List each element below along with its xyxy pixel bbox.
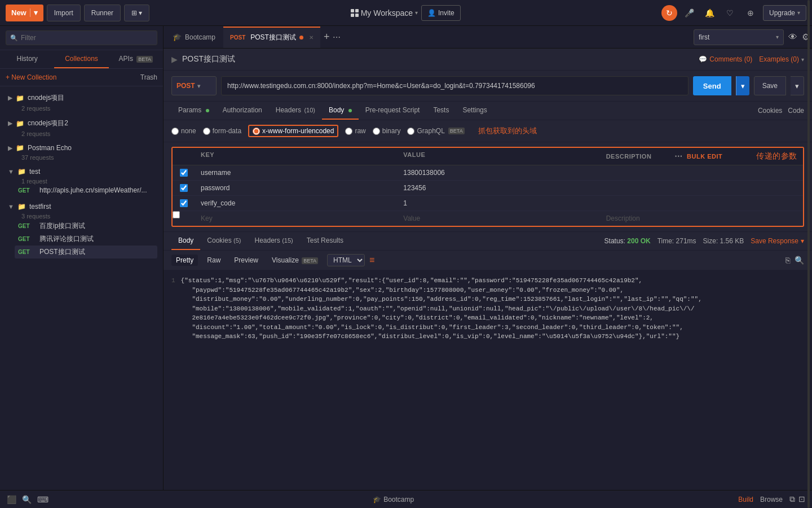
empty-key[interactable]: Key bbox=[195, 211, 398, 226]
row2-checkbox[interactable] bbox=[180, 184, 188, 192]
sidebar: 🔍 History Collections APIs BETA + New Co… bbox=[0, 26, 164, 490]
keyboard-icon[interactable]: ⌨ bbox=[37, 495, 48, 504]
tab-authorization[interactable]: Authorization bbox=[216, 102, 269, 120]
list-item: ▼ 📁 testfirst 3 requests GET 百度ip接口测试 GE… bbox=[0, 198, 163, 261]
tab-history[interactable]: History bbox=[0, 50, 54, 68]
res-tab-headers[interactable]: Headers (15) bbox=[248, 232, 300, 250]
search-response-button[interactable]: 🔍 bbox=[795, 256, 804, 265]
save-button[interactable]: Save bbox=[754, 76, 786, 95]
import-button[interactable]: Import bbox=[47, 5, 81, 21]
environment-preview-icon[interactable]: 👁 bbox=[788, 32, 797, 42]
tab-menu-icon[interactable]: ⋯ bbox=[333, 33, 341, 42]
cookies-link[interactable]: Cookies bbox=[758, 107, 782, 115]
more-icon[interactable]: ⋯ bbox=[674, 152, 683, 161]
tab-collections[interactable]: Collections bbox=[54, 50, 108, 68]
url-input[interactable] bbox=[221, 76, 689, 95]
radio-raw[interactable]: raw bbox=[345, 127, 365, 135]
tabs-bar: 🎓 Bootcamp POST POST接口测试 ✕ + ⋯ first ▾ 👁 bbox=[164, 26, 812, 49]
comments-button[interactable]: 💬 Comments (0) bbox=[699, 55, 752, 63]
bootcamp-bottom-label[interactable]: 🎓 Bootcamp bbox=[373, 496, 414, 503]
graphql-beta-badge: BETA bbox=[448, 128, 465, 134]
format-visualize-button[interactable]: Visualize BETA bbox=[267, 255, 323, 266]
invite-button[interactable]: 👤 Invite bbox=[421, 5, 461, 21]
send-button[interactable]: Send bbox=[693, 76, 731, 95]
layout-split-icon[interactable]: ⧉ bbox=[789, 494, 795, 504]
request-item-post[interactable]: GET POST接口测试 bbox=[15, 246, 157, 259]
filter-input[interactable] bbox=[6, 30, 157, 45]
method-select[interactable]: POST ▾ bbox=[171, 76, 217, 95]
row3-checkbox[interactable] bbox=[180, 199, 188, 207]
requests-list: GET 百度ip接口测试 GET 腾讯评论接口测试 GET POST接口测试 bbox=[6, 220, 157, 259]
add-tab-button[interactable]: + bbox=[324, 31, 330, 43]
collection-testfirst[interactable]: ▼ 📁 testfirst bbox=[6, 200, 157, 213]
new-button[interactable]: New ▾ bbox=[6, 5, 43, 21]
res-tab-testresults[interactable]: Test Results bbox=[300, 232, 350, 250]
format-raw-button[interactable]: Raw bbox=[202, 255, 225, 266]
tab-name: POST接口测试 bbox=[250, 33, 296, 42]
layout-full-icon[interactable]: ⊡ bbox=[798, 494, 805, 504]
tab-tests[interactable]: Tests bbox=[426, 102, 456, 120]
requests-list: GET http://apis.juhe.cn/simpleWeather/..… bbox=[6, 185, 157, 196]
examples-dropdown-arrow: ▾ bbox=[801, 56, 804, 63]
bell-icon[interactable]: 🔔 bbox=[702, 5, 718, 21]
params-table: KEY VALUE DESCRIPTION ⋯ Bulk Edit 传递的参数 … bbox=[171, 147, 804, 227]
search-bottom-icon[interactable]: 🔍 bbox=[22, 495, 32, 504]
plus-icon[interactable]: ⊕ bbox=[743, 5, 758, 21]
send-dropdown-button[interactable]: ▾ bbox=[736, 76, 749, 95]
tab-headers[interactable]: Headers (10) bbox=[269, 102, 322, 120]
layout-button[interactable]: ⊞ ▾ bbox=[124, 5, 149, 21]
radio-urlencoded[interactable]: x-www-form-urlencoded bbox=[248, 125, 338, 137]
collection-postmanecho[interactable]: ▶ 📁 Postman Echo bbox=[6, 142, 157, 154]
collection-test[interactable]: ▼ 📁 test bbox=[6, 165, 157, 178]
radio-none[interactable]: none bbox=[171, 127, 196, 135]
new-dropdown-arrow[interactable]: ▾ bbox=[30, 8, 38, 17]
format-type-select[interactable]: HTML JSON XML Text bbox=[327, 254, 365, 266]
examples-button[interactable]: Examples (0) ▾ bbox=[759, 55, 804, 63]
save-response-button[interactable]: Save Response ▾ bbox=[751, 237, 804, 245]
copy-response-button[interactable]: ⎘ bbox=[785, 256, 790, 265]
request-item-baidu[interactable]: GET 百度ip接口测试 bbox=[15, 220, 157, 233]
bootcamp-tab[interactable]: 🎓 Bootcamp bbox=[166, 27, 222, 48]
request-item-tencent[interactable]: GET 腾讯评论接口测试 bbox=[15, 233, 157, 246]
radio-graphql[interactable]: GraphQL BETA bbox=[407, 127, 464, 135]
format-preview-button[interactable]: Preview bbox=[230, 255, 263, 266]
res-tab-body[interactable]: Body bbox=[171, 232, 200, 250]
response-line-1: {"status":1,"msg":"\u767b\u9646\u6210\u5… bbox=[181, 277, 643, 284]
empty-checkbox[interactable] bbox=[173, 211, 180, 218]
method-value: POST bbox=[176, 82, 195, 90]
bulk-edit-button[interactable]: Bulk Edit bbox=[687, 153, 722, 160]
row1-checkbox[interactable] bbox=[180, 169, 188, 177]
mic-icon[interactable]: 🎤 bbox=[682, 5, 698, 21]
workspace-button[interactable]: My Workspace ▾ bbox=[351, 8, 418, 17]
sync-icon[interactable]: ↻ bbox=[661, 5, 677, 21]
build-button[interactable]: Build bbox=[738, 496, 753, 503]
format-pretty-button[interactable]: Pretty bbox=[171, 255, 198, 266]
console-icon[interactable]: ⬛ bbox=[7, 495, 16, 504]
environment-selector[interactable]: first ▾ bbox=[694, 29, 784, 45]
collection-cnodejs2[interactable]: ▶ 📁 cnodejs项目2 bbox=[6, 116, 157, 130]
radio-binary[interactable]: binary bbox=[373, 127, 401, 135]
tab-close-icon[interactable]: ✕ bbox=[309, 34, 314, 41]
comments-icon: 💬 bbox=[699, 55, 707, 63]
tab-prerequest[interactable]: Pre-request Script bbox=[359, 102, 427, 120]
code-link[interactable]: Code bbox=[788, 107, 804, 115]
empty-description[interactable]: Description bbox=[601, 211, 803, 226]
request-item[interactable]: GET http://apis.juhe.cn/simpleWeather/..… bbox=[15, 185, 157, 196]
tab-params[interactable]: Params bbox=[171, 102, 216, 120]
res-tab-cookies[interactable]: Cookies (5) bbox=[200, 232, 248, 250]
tab-settings[interactable]: Settings bbox=[456, 102, 493, 120]
browse-button[interactable]: Browse bbox=[760, 496, 783, 503]
radio-formdata[interactable]: form-data bbox=[203, 127, 241, 135]
upgrade-button[interactable]: Upgrade ▾ bbox=[763, 5, 806, 21]
heart-icon[interactable]: ♡ bbox=[722, 5, 738, 21]
empty-value[interactable]: Value bbox=[398, 211, 600, 226]
align-icon[interactable]: ≡ bbox=[369, 255, 374, 265]
new-collection-button[interactable]: + New Collection bbox=[6, 73, 56, 81]
trash-button[interactable]: Trash bbox=[140, 73, 157, 81]
tab-body[interactable]: Body bbox=[322, 102, 359, 120]
save-dropdown-button[interactable]: ▾ bbox=[791, 76, 804, 95]
tab-apis[interactable]: APIs BETA bbox=[109, 50, 163, 68]
runner-button[interactable]: Runner bbox=[84, 5, 121, 21]
active-request-tab[interactable]: POST POST接口测试 ✕ bbox=[223, 27, 320, 48]
collection-cnodejs1[interactable]: ▶ 📁 cnodejs项目 bbox=[6, 91, 157, 105]
